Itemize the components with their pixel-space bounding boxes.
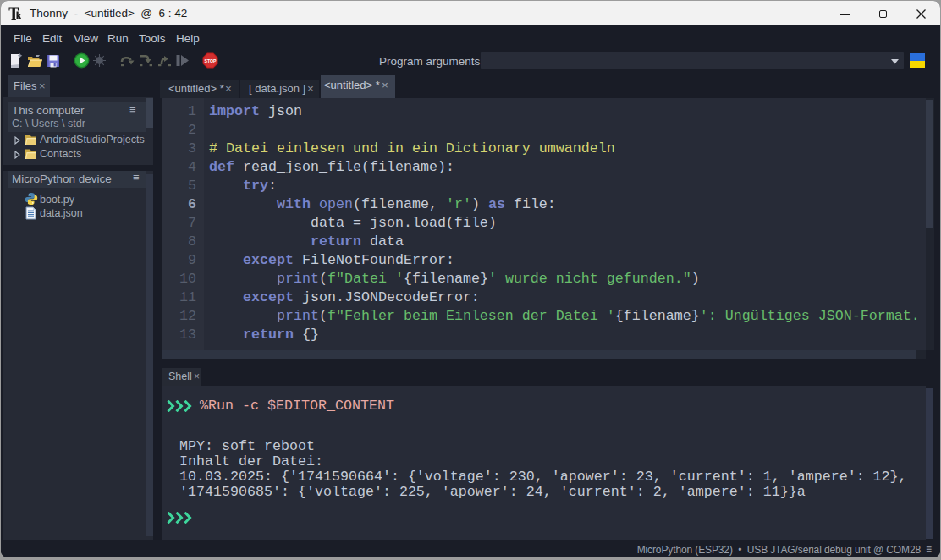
svg-text:STOP: STOP [204,58,217,63]
